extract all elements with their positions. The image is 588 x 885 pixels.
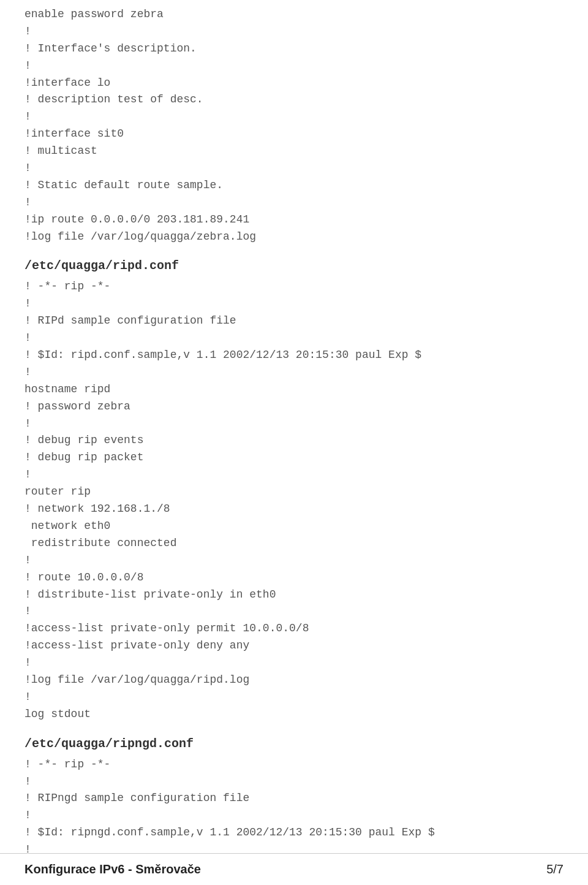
code-line: ! Static default route sample.	[24, 177, 564, 194]
code-line: !	[24, 603, 564, 620]
code-line: router rip	[24, 484, 564, 501]
code-line: !interface sit0	[24, 126, 564, 143]
code-line: ! distribute-list private-only in eth0	[24, 587, 564, 604]
code-line: ! -*- rip -*-	[24, 278, 564, 295]
code-line: !	[24, 58, 564, 75]
code-line: ! RIPngd sample configuration file	[24, 790, 564, 807]
code-line: ! debug rip packet	[24, 449, 564, 466]
section2-header: /etc/quagga/ripngd.conf	[24, 734, 564, 754]
code-line: ! route 10.0.0.0/8	[24, 569, 564, 587]
code-line: !	[24, 108, 564, 126]
code-line: !	[24, 23, 564, 40]
code-line: ! -*- rip -*-	[24, 756, 564, 773]
code-line: !	[24, 807, 564, 824]
code-line: ! debug rip events	[24, 432, 564, 449]
code-line: enable password zebra	[24, 6, 564, 23]
code-line: ! Interface's description.	[24, 40, 564, 58]
code-line: !access-list private-only permit 10.0.0.…	[24, 620, 564, 637]
code-line: !	[24, 160, 564, 177]
code-line: !	[24, 552, 564, 569]
code-line: ! password zebra	[24, 398, 564, 416]
main-content: enable password zebra!! Interface's desc…	[0, 0, 588, 885]
code-line: ! multicast	[24, 143, 564, 160]
code-line: ! $Id: ripd.conf.sample,v 1.1 2002/12/13…	[24, 347, 564, 364]
code-line: log stdout	[24, 706, 564, 723]
code-line: !interface lo	[24, 75, 564, 92]
code-line: !	[24, 466, 564, 484]
code-line: !	[24, 416, 564, 433]
section1-lines-block: ! -*- rip -*-!! RIPd sample configuratio…	[24, 278, 564, 723]
code-line: !log file /var/log/quagga/zebra.log	[24, 229, 564, 246]
code-line: !access-list private-only deny any	[24, 637, 564, 655]
section1-header: /etc/quagga/ripd.conf	[24, 256, 564, 276]
code-line: ! RIPd sample configuration file	[24, 313, 564, 330]
code-line: !log file /var/log/quagga/ripd.log	[24, 672, 564, 689]
top-lines-block: enable password zebra!! Interface's desc…	[24, 6, 564, 245]
code-line: !	[24, 295, 564, 313]
code-line: ! $Id: ripngd.conf.sample,v 1.1 2002/12/…	[24, 824, 564, 841]
code-line: !	[24, 194, 564, 211]
footer-page: 5/7	[546, 862, 564, 876]
code-line: !	[24, 689, 564, 706]
code-line: !	[24, 773, 564, 791]
code-line: redistribute connected	[24, 535, 564, 552]
code-line: ! network 192.168.1./8	[24, 501, 564, 518]
code-line: !	[24, 364, 564, 381]
code-line: network eth0	[24, 518, 564, 535]
code-line: !ip route 0.0.0.0/0 203.181.89.241	[24, 211, 564, 229]
code-line: hostname ripd	[24, 381, 564, 398]
footer-title: Konfigurace IPv6 - Směrovače	[24, 862, 201, 876]
code-line: !	[24, 655, 564, 672]
code-line: ! description test of desc.	[24, 91, 564, 108]
footer: Konfigurace IPv6 - Směrovače 5/7	[0, 853, 588, 885]
code-line: !	[24, 330, 564, 347]
